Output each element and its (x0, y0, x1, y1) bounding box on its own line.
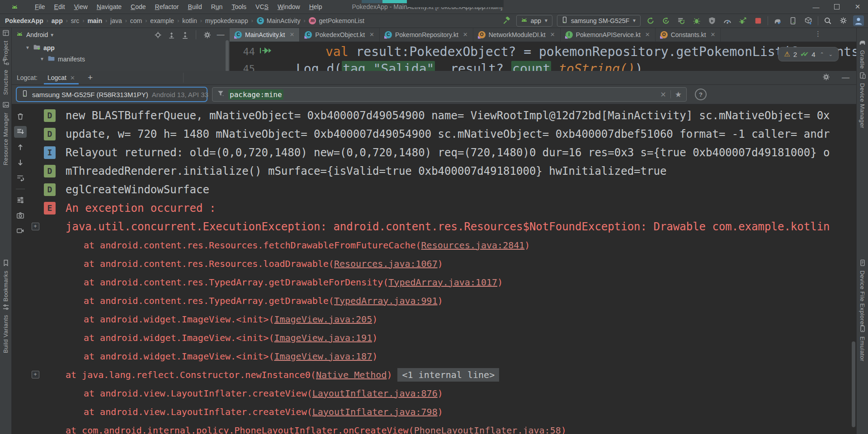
close-button[interactable]: ✕ (847, 0, 868, 14)
help-icon[interactable]: ? (695, 89, 707, 100)
log-row[interactable]: Dupdate, w= 720 h= 1480 mNativeObject= 0… (29, 125, 857, 143)
logcat-scrollbar[interactable] (852, 341, 855, 427)
tool-window-button-project[interactable]: Project (0, 29, 11, 60)
hide-panel-icon[interactable]: — (842, 73, 849, 82)
editor-tab-PokemonAPIService.kt[interactable]: IPokemonAPIService.kt✕ (561, 28, 656, 42)
logcat-filter-input[interactable]: package:mine ✕ ★ (212, 87, 687, 102)
editor-tab-Constants.kt[interactable]: OConstants.kt✕ (656, 28, 721, 42)
soft-wrap-icon[interactable] (14, 172, 27, 184)
locate-file-icon[interactable] (153, 30, 162, 39)
filter-funnel-icon[interactable] (217, 89, 225, 99)
previous-problem-icon[interactable]: ⌃ (820, 51, 824, 57)
log-row[interactable]: at android.content.res.TypedArray.getDra… (29, 291, 857, 310)
breadcrumb-item[interactable]: src (71, 17, 80, 24)
tool-window-button-bookmarks[interactable]: Bookmarks (0, 259, 11, 302)
log-row[interactable]: DmThreadedRenderer.initialize() mSurface… (29, 162, 857, 180)
logcat-settings-gear-icon[interactable] (822, 73, 830, 82)
profile-avatar-icon[interactable] (851, 15, 866, 27)
menu-window[interactable]: Window (273, 0, 305, 14)
hide-panel-icon[interactable]: — (216, 30, 225, 39)
stack-frame-link[interactable]: Resources.java:1067 (334, 258, 438, 269)
build-hammer-icon[interactable] (499, 15, 514, 27)
menu-edit[interactable]: Edit (50, 0, 70, 14)
breadcrumb-item[interactable]: kotlin (182, 17, 198, 24)
tool-window-button-device-file-explorer[interactable]: Device File Explorer (857, 259, 868, 327)
logcat-options-icon[interactable] (14, 194, 27, 206)
log-row[interactable]: at android.view.LayoutInflater.createVie… (29, 402, 857, 421)
clear-filter-icon[interactable]: ✕ (660, 90, 666, 99)
chevron-down-icon[interactable]: ▼ (50, 33, 54, 37)
menu-help[interactable]: Help (305, 0, 327, 14)
log-row[interactable]: at android.content.res.Resources.loadDra… (29, 254, 857, 273)
run-to-cursor-icon[interactable] (259, 46, 273, 57)
stack-frame-link[interactable]: LayoutInflater.java:798 (312, 406, 438, 417)
menu-run[interactable]: Run (207, 0, 227, 14)
log-row[interactable]: IRelayout returned: old=(0,0,720,1480) n… (29, 143, 857, 162)
tool-window-button-structure[interactable]: Structure (0, 58, 11, 95)
breadcrumb-item[interactable]: com (130, 17, 142, 24)
close-icon[interactable]: ✕ (463, 31, 468, 38)
stack-frame-link[interactable]: PhoneLayoutInflater.java:58 (414, 425, 561, 434)
log-row[interactable]: at com.android.internal.policy.PhoneLayo… (29, 421, 857, 434)
tool-window-button-resource-manager[interactable]: Resource Manager (0, 101, 11, 165)
previous-occurrence-icon[interactable] (14, 141, 27, 153)
close-icon[interactable]: ✕ (645, 31, 650, 38)
log-row[interactable]: at android.view.LayoutInflater.createVie… (29, 384, 857, 402)
scroll-to-end-icon[interactable] (14, 126, 27, 138)
run-config-selector[interactable]: app ▼ (516, 15, 552, 27)
breadcrumb-item[interactable]: app (51, 17, 63, 24)
apply-changes-restart-activity-icon[interactable] (643, 15, 658, 27)
favorite-filter-star-icon[interactable]: ★ (675, 90, 682, 99)
code-area[interactable]: 44 val result:PokedexObject? = pokemonRe… (230, 42, 857, 71)
logcat-device-selector[interactable]: samsung SM-G525F (R58R313M1PY) Android 1… (16, 87, 208, 102)
chevron-down-icon[interactable]: ▼ (39, 56, 45, 61)
menu-vcs[interactable]: VCS (251, 0, 273, 14)
close-icon[interactable]: ✕ (550, 31, 555, 38)
stop-icon[interactable] (750, 15, 766, 27)
breadcrumb-item[interactable]: example (150, 17, 175, 24)
close-icon[interactable]: ✕ (369, 31, 374, 38)
stack-frame-link[interactable]: LayoutInflater.java:876 (312, 388, 438, 399)
apply-code-changes-icon[interactable] (658, 15, 674, 27)
run-tasks-icon[interactable] (674, 15, 689, 27)
sync-project-gradle-icon[interactable] (770, 15, 785, 27)
stack-frame-link[interactable]: Native Method (316, 369, 387, 380)
breadcrumb-method[interactable]: getPokemonList (318, 17, 364, 24)
breadcrumb-item[interactable]: mypokedexapp (205, 17, 249, 24)
project-tree-item-manifests[interactable]: ▼manifests (11, 53, 230, 65)
logcat-tab[interactable]: Logcat ✕ (47, 74, 76, 81)
tool-window-button-emulator[interactable]: Emulator (857, 325, 868, 361)
target-device-selector[interactable]: samsung SM-G525F ▼ (557, 15, 641, 27)
editor-tab-PokemonRepository.kt[interactable]: CPokemonRepository.kt✕ (380, 28, 473, 42)
expand-all-icon[interactable] (167, 30, 176, 39)
tool-window-button-gradle[interactable]: Gradle (857, 38, 868, 69)
collapse-all-icon[interactable] (180, 30, 189, 39)
breadcrumb-class[interactable]: MainActivity (266, 17, 301, 24)
device-manager-icon[interactable] (785, 15, 801, 27)
menu-build[interactable]: Build (184, 0, 207, 14)
menu-tools[interactable]: Tools (227, 0, 251, 14)
inspections-widget[interactable]: ⚠ 2 ✔✔ 4 ⌃ ⌄ (778, 47, 839, 61)
minimize-button[interactable]: — (806, 0, 826, 14)
editor-tab-NetworkModuleDI.kt[interactable]: ONetworkModuleDI.kt✕ (473, 28, 561, 42)
clear-logcat-icon[interactable] (14, 111, 27, 122)
panel-settings-icon[interactable] (203, 30, 212, 39)
breadcrumb-item[interactable]: main (87, 17, 103, 24)
project-view-mode[interactable]: Android (26, 31, 48, 38)
tab-options-kebab-icon[interactable]: ⋮ (815, 30, 821, 38)
log-row[interactable]: at android.content.res.TypedArray.getDra… (29, 273, 857, 291)
stack-frame-link[interactable]: Resources.java:2841 (421, 240, 525, 251)
attach-debugger-icon[interactable] (704, 15, 720, 27)
close-icon[interactable]: ✕ (289, 31, 294, 38)
close-icon[interactable]: ✕ (70, 75, 75, 81)
menu-navigate[interactable]: Navigate (92, 0, 126, 14)
search-everywhere-icon[interactable] (820, 15, 835, 27)
stack-frame-link[interactable]: TypedArray.java:1017 (388, 277, 497, 288)
log-row[interactable]: EAn exception occurred : (29, 199, 857, 217)
internal-lines-chip[interactable]: <1 internal line> (397, 368, 499, 382)
project-tree-item-app[interactable]: ▼app (11, 42, 230, 53)
menu-view[interactable]: View (70, 0, 92, 14)
expand-icon[interactable]: + (32, 223, 39, 230)
screenshot-icon[interactable] (14, 210, 27, 221)
editor-tab-PokedexObject.kt[interactable]: CPokedexObject.kt✕ (300, 28, 380, 42)
